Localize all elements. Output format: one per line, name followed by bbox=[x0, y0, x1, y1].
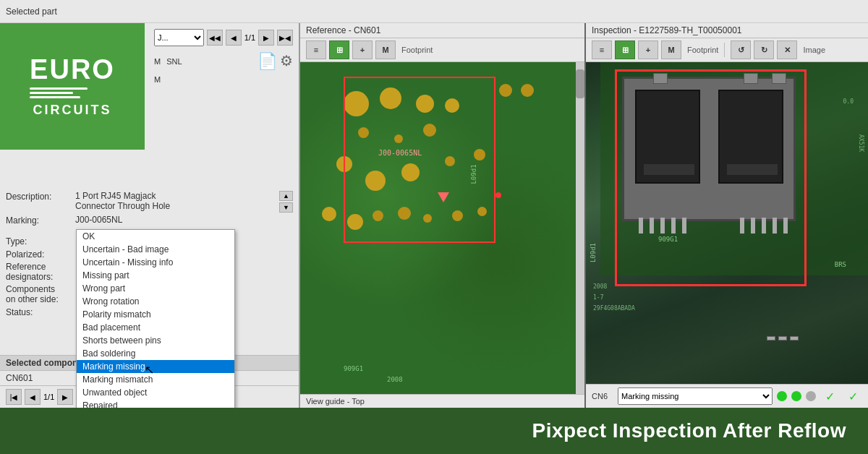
pad-tr1 bbox=[499, 84, 512, 97]
component-value: CN601 bbox=[6, 373, 33, 383]
part-select[interactable]: J... bbox=[154, 29, 204, 46]
pcb-background: J00-0065NL 909G1 2008 L09d1 bbox=[300, 62, 584, 394]
logo-box: EURO CIRCUITS bbox=[18, 48, 127, 125]
dropdown-wrong-part[interactable]: Wrong part bbox=[77, 282, 234, 295]
polarized-label: Polarized: bbox=[6, 249, 71, 260]
status-dropdown[interactable]: OK Uncertain - Bad image Uncertain - Mis… bbox=[76, 229, 235, 408]
photo-label-909: 909G1 bbox=[658, 236, 678, 243]
right-toolbar-close-btn[interactable]: ✕ bbox=[777, 40, 797, 59]
logo-circuits: CIRCUITS bbox=[30, 103, 115, 118]
red-highlight-rect bbox=[344, 77, 495, 243]
dropdown-marking-missing[interactable]: Marking missing bbox=[77, 360, 234, 373]
toolbar-separator bbox=[724, 43, 725, 57]
photo-date-1-7: 1-7 bbox=[593, 294, 603, 301]
right-toolbar-rotate-right-btn[interactable]: ↻ bbox=[754, 40, 774, 59]
right-toolbar-grid-btn[interactable]: ⊞ bbox=[615, 40, 635, 59]
check-btn-1[interactable]: ✓ bbox=[820, 388, 839, 404]
middle-pcb-view[interactable]: J00-0065NL 909G1 2008 L09d1 bbox=[300, 62, 584, 394]
dropdown-missing-part[interactable]: Missing part bbox=[77, 269, 234, 282]
dropdown-unwanted-object[interactable]: Unwanted object bbox=[77, 386, 234, 399]
refdes-label: Referencedesignators: bbox=[6, 262, 71, 282]
nav-first-btn[interactable]: ◀◀ bbox=[207, 30, 223, 46]
pcb-label-909: 909G1 bbox=[344, 365, 363, 372]
logo-line-3 bbox=[30, 96, 80, 98]
comp-3 bbox=[790, 336, 799, 340]
right-bottom-bar: CN6 Marking missing OK Uncertain - Bad i… bbox=[586, 384, 868, 408]
right-bottom-cn6-label: CN6 bbox=[592, 392, 613, 401]
bottom-prev-btn[interactable]: ◀ bbox=[25, 389, 41, 405]
pcb-label-l09d1: L09d1 bbox=[469, 164, 477, 184]
dropdown-shorts-between-pins[interactable]: Shorts between pins bbox=[77, 334, 234, 347]
toolbar-footprint-label: Footprint bbox=[401, 46, 433, 54]
dropdown-uncertain-bad-image[interactable]: Uncertain - Bad image bbox=[77, 243, 234, 256]
right-panel: Inspection - E1227589-TH_T00050001 ≡ ⊞ +… bbox=[586, 23, 868, 408]
photo-red-rect bbox=[615, 69, 807, 286]
dropdown-marking-mismatch[interactable]: Marking mismatch bbox=[77, 373, 234, 386]
pad-13 bbox=[322, 207, 336, 221]
status-dot-3 bbox=[806, 391, 816, 401]
right-toolbar-plus-btn[interactable]: + bbox=[638, 40, 658, 59]
right-toolbar-rotate-left-btn[interactable]: ↺ bbox=[731, 40, 751, 59]
marking-row: Marking: J00-0065NL bbox=[6, 215, 293, 226]
bottom-next-btn[interactable]: ▶ bbox=[57, 389, 73, 405]
description-row: Description: 1 Port RJ45 Magjack Connect… bbox=[6, 191, 293, 213]
status-label: Status: bbox=[6, 307, 71, 317]
dropdown-uncertain-missing-info[interactable]: Uncertain - Missing info bbox=[77, 256, 234, 269]
photo-label-l09d1: L09d1 bbox=[590, 243, 597, 262]
top-nav-row: J... ◀◀ ◀ 1/1 ▶ ▶◀ bbox=[148, 26, 299, 49]
toolbar-m-btn[interactable]: M bbox=[375, 40, 396, 59]
right-panel-header: Inspection - E1227589-TH_T00050001 bbox=[586, 23, 868, 38]
toolbar-plus-btn[interactable]: + bbox=[352, 40, 373, 59]
check-btn-2[interactable]: ✓ bbox=[843, 388, 862, 404]
logo-euro: EURO bbox=[30, 56, 115, 83]
right-status-select[interactable]: Marking missing OK Uncertain - Bad image… bbox=[618, 387, 773, 405]
toolbar-menu-btn[interactable]: ≡ bbox=[306, 40, 326, 59]
main-content: EURO CIRCUITS J... ◀◀ ◀ 1/1 ▶ ▶◀ M SNL bbox=[0, 23, 868, 408]
promo-text: Pixpect Inspection After Reflow bbox=[532, 419, 846, 442]
middle-header-text: Reference - CN601 bbox=[306, 25, 380, 35]
pcb-arrow bbox=[438, 192, 449, 202]
pcb-component-label: J00-0065NL bbox=[378, 149, 422, 157]
dropdown-wrong-rotation[interactable]: Wrong rotation bbox=[77, 295, 234, 308]
camera-view[interactable]: L09d1 BRS 2008 1-7 29F4G08ABADA AX51K bbox=[586, 62, 868, 384]
status-dot-1 bbox=[777, 391, 787, 401]
nav-next-btn[interactable]: ▶ bbox=[258, 30, 274, 46]
right-toolbar-m-btn[interactable]: M bbox=[661, 40, 681, 59]
up-btn[interactable]: ▲ bbox=[279, 191, 293, 201]
nav-last-btn[interactable]: ▶◀ bbox=[277, 30, 293, 46]
middle-panel: Reference - CN601 ≡ ⊞ + M Footprint bbox=[300, 23, 586, 408]
camera-photo-bg: L09d1 BRS 2008 1-7 29F4G08ABADA AX51K bbox=[586, 62, 868, 384]
dropdown-polarity-mismatch[interactable]: Polarity mismatch bbox=[77, 308, 234, 321]
pcb-label-2008: 2008 bbox=[387, 376, 403, 383]
middle-toolbar: ≡ ⊞ + M Footprint bbox=[300, 38, 584, 62]
m2-label: M bbox=[154, 75, 161, 84]
photo-part-29f4g: 29F4G08ABADA bbox=[593, 305, 635, 312]
right-header-text: Inspection - E1227589-TH_T00050001 bbox=[592, 25, 741, 35]
page-info: 1/1 bbox=[244, 33, 255, 42]
bottom-first-btn[interactable]: |◀ bbox=[6, 389, 22, 405]
dropdown-bad-soldering[interactable]: Bad soldering bbox=[77, 347, 234, 360]
footer-text: View guide - Top bbox=[306, 397, 365, 406]
toolbar-grid-btn[interactable]: ⊞ bbox=[329, 40, 349, 59]
vertical-scrollbar[interactable] bbox=[576, 62, 584, 394]
middle-panel-footer: View guide - Top bbox=[300, 394, 584, 408]
photo-label-top-right: 0.0 bbox=[843, 98, 854, 105]
comp-2 bbox=[778, 336, 787, 340]
dropdown-ok[interactable]: OK bbox=[77, 230, 234, 243]
right-toolbar-menu-btn[interactable]: ≡ bbox=[592, 40, 612, 59]
photo-label-right: AX51K bbox=[858, 134, 864, 152]
description-value: 1 Port RJ45 Magjack Connector Through Ho… bbox=[75, 191, 275, 211]
settings-icon: ⚙ bbox=[280, 52, 293, 71]
scrollbar-thumb[interactable] bbox=[576, 69, 584, 98]
header-title: Selected part bbox=[6, 7, 57, 17]
down-btn[interactable]: ▼ bbox=[279, 202, 293, 213]
left-panel: EURO CIRCUITS J... ◀◀ ◀ 1/1 ▶ ▶◀ M SNL bbox=[0, 23, 300, 408]
top-bar: Selected part bbox=[0, 0, 868, 23]
dropdown-bad-placement[interactable]: Bad placement bbox=[77, 321, 234, 334]
dropdown-repaired[interactable]: Repaired bbox=[77, 399, 234, 408]
photo-label-brs: BRS bbox=[835, 261, 846, 268]
nav-prev-btn[interactable]: ◀ bbox=[226, 30, 242, 46]
m-snl-label: M bbox=[154, 57, 161, 66]
right-toolbar-footprint-label: Footprint bbox=[687, 46, 718, 54]
status-dot-2 bbox=[791, 391, 801, 401]
